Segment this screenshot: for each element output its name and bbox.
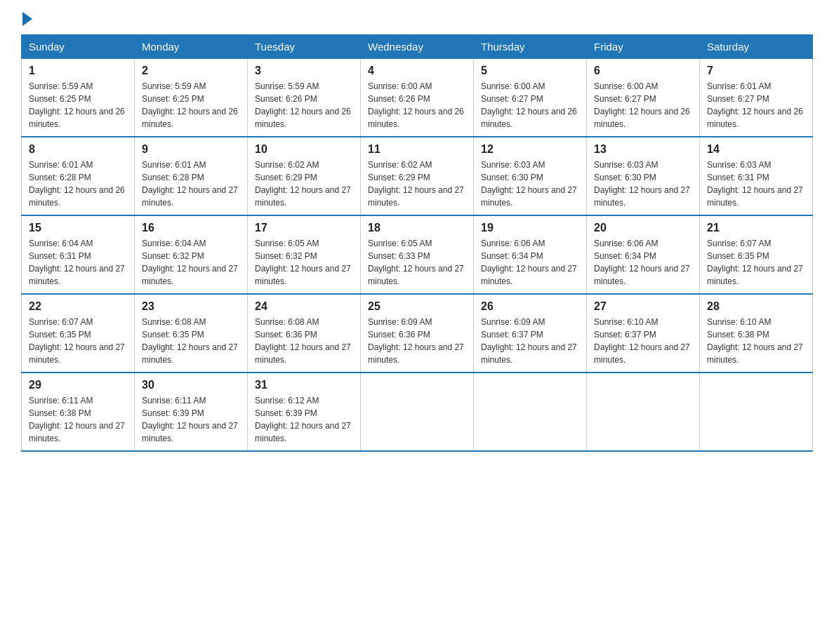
calendar-day-cell: 10 Sunrise: 6:02 AM Sunset: 6:29 PM Dayl… <box>248 137 361 215</box>
day-info: Sunrise: 6:11 AM Sunset: 6:38 PM Dayligh… <box>29 394 127 445</box>
calendar-day-cell: 21 Sunrise: 6:07 AM Sunset: 6:35 PM Dayl… <box>700 215 813 294</box>
day-info: Sunrise: 6:00 AM Sunset: 6:26 PM Dayligh… <box>368 80 466 130</box>
day-number: 19 <box>481 222 579 234</box>
day-info: Sunrise: 6:03 AM Sunset: 6:31 PM Dayligh… <box>707 159 805 209</box>
calendar-day-cell: 28 Sunrise: 6:10 AM Sunset: 6:38 PM Dayl… <box>700 294 813 373</box>
calendar-day-cell: 4 Sunrise: 6:00 AM Sunset: 6:26 PM Dayli… <box>361 59 474 137</box>
calendar-day-cell: 26 Sunrise: 6:09 AM Sunset: 6:37 PM Dayl… <box>474 294 587 373</box>
calendar-day-cell: 2 Sunrise: 5:59 AM Sunset: 6:25 PM Dayli… <box>135 59 248 137</box>
calendar-day-cell: 14 Sunrise: 6:03 AM Sunset: 6:31 PM Dayl… <box>700 137 813 215</box>
day-number: 9 <box>142 143 240 156</box>
day-number: 6 <box>594 65 692 77</box>
day-number: 20 <box>594 222 692 234</box>
day-number: 27 <box>594 300 692 313</box>
day-number: 5 <box>481 65 579 77</box>
day-info: Sunrise: 6:10 AM Sunset: 6:38 PM Dayligh… <box>707 316 805 366</box>
day-info: Sunrise: 6:06 AM Sunset: 6:34 PM Dayligh… <box>594 237 692 288</box>
day-number: 11 <box>368 143 466 156</box>
day-number: 23 <box>142 300 240 313</box>
calendar-day-cell: 9 Sunrise: 6:01 AM Sunset: 6:28 PM Dayli… <box>135 137 248 215</box>
calendar-day-cell: 3 Sunrise: 5:59 AM Sunset: 6:26 PM Dayli… <box>248 59 361 137</box>
day-number: 3 <box>255 65 353 77</box>
day-info: Sunrise: 6:03 AM Sunset: 6:30 PM Dayligh… <box>594 159 692 209</box>
day-number: 26 <box>481 300 579 313</box>
logo-triangle-icon <box>22 12 32 26</box>
day-info: Sunrise: 5:59 AM Sunset: 6:25 PM Dayligh… <box>142 80 240 130</box>
calendar-day-cell: 1 Sunrise: 5:59 AM Sunset: 6:25 PM Dayli… <box>22 59 135 137</box>
day-number: 25 <box>368 300 466 313</box>
day-number: 8 <box>29 143 127 156</box>
day-info: Sunrise: 6:11 AM Sunset: 6:39 PM Dayligh… <box>142 394 240 445</box>
calendar-header-row: SundayMondayTuesdayWednesdayThursdayFrid… <box>22 35 813 59</box>
calendar-day-cell: 12 Sunrise: 6:03 AM Sunset: 6:30 PM Dayl… <box>474 137 587 215</box>
day-number: 17 <box>255 222 353 234</box>
day-number: 21 <box>707 222 805 234</box>
day-of-week-header: Wednesday <box>361 35 474 59</box>
day-of-week-header: Sunday <box>22 35 135 59</box>
day-of-week-header: Tuesday <box>248 35 361 59</box>
day-info: Sunrise: 6:01 AM Sunset: 6:28 PM Dayligh… <box>29 159 127 209</box>
calendar-day-cell: 15 Sunrise: 6:04 AM Sunset: 6:31 PM Dayl… <box>22 215 135 294</box>
calendar-day-cell: 8 Sunrise: 6:01 AM Sunset: 6:28 PM Dayli… <box>22 137 135 215</box>
day-of-week-header: Saturday <box>700 35 813 59</box>
day-number: 4 <box>368 65 466 77</box>
day-number: 2 <box>142 65 240 77</box>
day-number: 13 <box>594 143 692 156</box>
day-info: Sunrise: 6:12 AM Sunset: 6:39 PM Dayligh… <box>255 394 353 445</box>
calendar-day-cell: 17 Sunrise: 6:05 AM Sunset: 6:32 PM Dayl… <box>248 215 361 294</box>
day-number: 15 <box>29 222 127 234</box>
calendar-week-row: 1 Sunrise: 5:59 AM Sunset: 6:25 PM Dayli… <box>22 59 813 137</box>
day-info: Sunrise: 6:07 AM Sunset: 6:35 PM Dayligh… <box>29 316 127 366</box>
day-of-week-header: Thursday <box>474 35 587 59</box>
day-info: Sunrise: 5:59 AM Sunset: 6:26 PM Dayligh… <box>255 80 353 130</box>
calendar-day-cell: 16 Sunrise: 6:04 AM Sunset: 6:32 PM Dayl… <box>135 215 248 294</box>
day-info: Sunrise: 6:06 AM Sunset: 6:34 PM Dayligh… <box>481 237 579 288</box>
calendar-day-cell <box>700 373 813 451</box>
calendar-day-cell: 24 Sunrise: 6:08 AM Sunset: 6:36 PM Dayl… <box>248 294 361 373</box>
day-info: Sunrise: 6:05 AM Sunset: 6:33 PM Dayligh… <box>368 237 466 288</box>
calendar-day-cell: 11 Sunrise: 6:02 AM Sunset: 6:29 PM Dayl… <box>361 137 474 215</box>
day-number: 1 <box>29 65 127 77</box>
day-info: Sunrise: 6:09 AM Sunset: 6:36 PM Dayligh… <box>368 316 466 366</box>
day-of-week-header: Friday <box>587 35 700 59</box>
calendar-week-row: 8 Sunrise: 6:01 AM Sunset: 6:28 PM Dayli… <box>22 137 813 215</box>
calendar-day-cell: 13 Sunrise: 6:03 AM Sunset: 6:30 PM Dayl… <box>587 137 700 215</box>
day-number: 31 <box>255 379 353 391</box>
day-number: 10 <box>255 143 353 156</box>
calendar-day-cell: 30 Sunrise: 6:11 AM Sunset: 6:39 PM Dayl… <box>135 373 248 451</box>
calendar-day-cell <box>587 373 700 451</box>
day-info: Sunrise: 6:07 AM Sunset: 6:35 PM Dayligh… <box>707 237 805 288</box>
day-info: Sunrise: 6:04 AM Sunset: 6:32 PM Dayligh… <box>142 237 240 288</box>
day-of-week-header: Monday <box>135 35 248 59</box>
day-info: Sunrise: 6:10 AM Sunset: 6:37 PM Dayligh… <box>594 316 692 366</box>
day-number: 28 <box>707 300 805 313</box>
calendar-week-row: 22 Sunrise: 6:07 AM Sunset: 6:35 PM Dayl… <box>22 294 813 373</box>
day-info: Sunrise: 6:04 AM Sunset: 6:31 PM Dayligh… <box>29 237 127 288</box>
calendar-day-cell: 22 Sunrise: 6:07 AM Sunset: 6:35 PM Dayl… <box>22 294 135 373</box>
day-info: Sunrise: 6:09 AM Sunset: 6:37 PM Dayligh… <box>481 316 579 366</box>
calendar-day-cell: 19 Sunrise: 6:06 AM Sunset: 6:34 PM Dayl… <box>474 215 587 294</box>
day-info: Sunrise: 6:01 AM Sunset: 6:27 PM Dayligh… <box>707 80 805 130</box>
calendar-day-cell: 29 Sunrise: 6:11 AM Sunset: 6:38 PM Dayl… <box>22 373 135 451</box>
logo <box>21 18 32 26</box>
page-header <box>21 14 813 26</box>
calendar-day-cell: 18 Sunrise: 6:05 AM Sunset: 6:33 PM Dayl… <box>361 215 474 294</box>
day-number: 16 <box>142 222 240 234</box>
day-info: Sunrise: 6:05 AM Sunset: 6:32 PM Dayligh… <box>255 237 353 288</box>
day-number: 22 <box>29 300 127 313</box>
calendar-day-cell: 6 Sunrise: 6:00 AM Sunset: 6:27 PM Dayli… <box>587 59 700 137</box>
day-info: Sunrise: 6:02 AM Sunset: 6:29 PM Dayligh… <box>255 159 353 209</box>
day-info: Sunrise: 6:00 AM Sunset: 6:27 PM Dayligh… <box>594 80 692 130</box>
day-info: Sunrise: 6:00 AM Sunset: 6:27 PM Dayligh… <box>481 80 579 130</box>
calendar-week-row: 29 Sunrise: 6:11 AM Sunset: 6:38 PM Dayl… <box>22 373 813 451</box>
day-number: 18 <box>368 222 466 234</box>
calendar-day-cell: 5 Sunrise: 6:00 AM Sunset: 6:27 PM Dayli… <box>474 59 587 137</box>
calendar-day-cell: 7 Sunrise: 6:01 AM Sunset: 6:27 PM Dayli… <box>700 59 813 137</box>
day-number: 14 <box>707 143 805 156</box>
day-number: 12 <box>481 143 579 156</box>
day-number: 29 <box>29 379 127 391</box>
calendar-table: SundayMondayTuesdayWednesdayThursdayFrid… <box>21 34 813 452</box>
day-number: 7 <box>707 65 805 77</box>
day-info: Sunrise: 6:08 AM Sunset: 6:35 PM Dayligh… <box>142 316 240 366</box>
calendar-day-cell: 23 Sunrise: 6:08 AM Sunset: 6:35 PM Dayl… <box>135 294 248 373</box>
